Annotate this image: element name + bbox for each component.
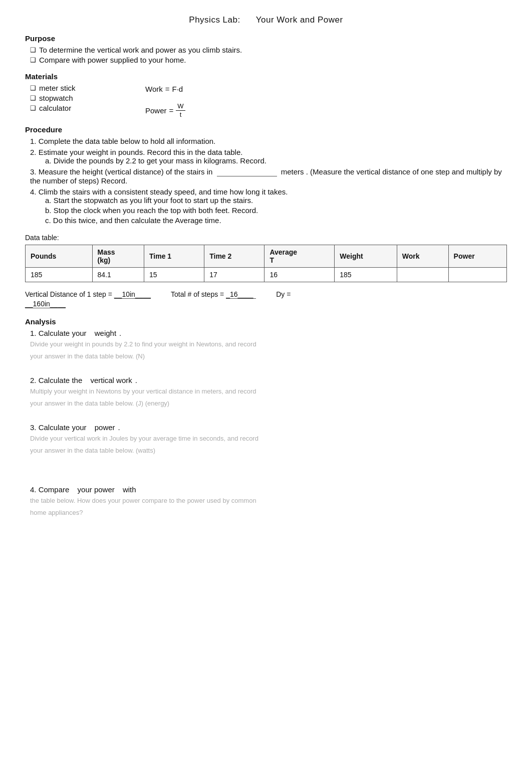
col-pounds: Pounds: [26, 245, 93, 268]
materials-label: Materials: [25, 72, 507, 81]
analysis-item-3: 3. Calculate your power . Divide your ve…: [30, 423, 507, 455]
power-label: Power: [145, 106, 167, 115]
cell-pounds: 185: [26, 268, 93, 282]
materials-formulas: Work = F·d Power = W t: [145, 85, 185, 118]
analysis-item-1: 1. Calculate your weight . Divide your w…: [30, 329, 507, 361]
analysis-item-4: 4. Compare your power with the table bel…: [30, 485, 507, 517]
page-header: Physics Lab: Your Work and Power: [25, 15, 507, 25]
work-formula: F·d: [172, 85, 183, 93]
cell-mass: 84.1: [92, 268, 144, 282]
analysis-3-dot: .: [118, 423, 120, 432]
table-header-row: Pounds Mass(kg) Time 1 Time 2 AverageT W…: [26, 245, 507, 268]
procedure-step-4c: c. Do this twice, and then calculate the…: [45, 216, 507, 225]
total-steps-value: _16____: [226, 290, 256, 299]
procedure-step-3: 3. Measure the height (vertical distance…: [30, 167, 507, 185]
col-work: Work: [397, 245, 448, 268]
analysis-4-blurred2: home appliances?: [30, 508, 507, 518]
materials-items: meter stick stopwatch calculator: [25, 84, 105, 118]
analysis-1-blurred2: your answer in the data table below. (N): [30, 351, 507, 361]
analysis-list: 1. Calculate your weight . Divide your w…: [30, 329, 507, 517]
power-fraction: W t: [176, 102, 185, 118]
cell-weight: 185: [335, 268, 397, 282]
analysis-1-blurred1: Divide your weight in pounds by 2.2 to f…: [30, 339, 507, 349]
procedure-step-2a: a. Divide the pounds by 2.2 to get your …: [45, 156, 507, 165]
analysis-section: Analysis 1. Calculate your weight . Divi…: [25, 317, 507, 517]
cell-time2: 17: [204, 268, 264, 282]
analysis-2-keyword: vertical work: [90, 376, 132, 384]
analysis-4-dot: with: [123, 485, 136, 494]
procedure-step-4b: b. Stop the clock when you reach the top…: [45, 206, 507, 215]
materials-section: meter stick stopwatch calculator Work = …: [25, 84, 507, 118]
purpose-list: To determine the vertical work and power…: [30, 46, 507, 64]
header-title: Your Work and Power: [256, 15, 343, 25]
col-mass: Mass(kg): [92, 245, 144, 268]
col-weight: Weight: [335, 245, 397, 268]
cell-work: [397, 268, 448, 282]
header-prefix: Physics Lab:: [189, 15, 240, 25]
analysis-4-prefix: 4. Compare: [30, 485, 69, 494]
analysis-2-dot: .: [135, 376, 137, 384]
material-item-1: meter stick: [30, 84, 105, 92]
analysis-3-blurred1: Divide your vertical work in Joules by y…: [30, 434, 507, 444]
procedure-list: 1. Complete the data table below to hold…: [30, 137, 507, 225]
vertical-distance-value: __10in____: [114, 290, 151, 299]
vertical-distance-section: Vertical Distance of 1 step = __10in____…: [25, 290, 507, 299]
procedure-step-2: 2. Estimate your weight in pounds. Recor…: [30, 148, 507, 165]
analysis-label: Analysis: [25, 317, 507, 326]
analysis-2-blurred1: Multiply your weight in Newtons by your …: [30, 386, 507, 397]
analysis-3-keyword: power: [95, 423, 115, 432]
data-table: Pounds Mass(kg) Time 1 Time 2 AverageT W…: [25, 245, 507, 282]
analysis-1-keyword: weight: [95, 329, 116, 337]
cell-time1: 15: [144, 268, 204, 282]
procedure-section: Procedure 1. Complete the data table bel…: [25, 125, 507, 225]
analysis-1-dot: .: [119, 329, 121, 337]
cell-average: 16: [264, 268, 335, 282]
total-steps-item: Total # of steps = _16____: [171, 290, 256, 299]
purpose-label: Purpose: [25, 34, 507, 43]
work-formula-line: Work = F·d: [145, 85, 185, 93]
col-average: AverageT: [264, 245, 335, 268]
procedure-step-4a: a. Start the stopwatch as you lift your …: [45, 196, 507, 205]
purpose-item-1: To determine the vertical work and power…: [30, 46, 507, 54]
analysis-4-blurred1: the table below. How does your power com…: [30, 496, 507, 506]
analysis-2-prefix: 2. Calculate the: [30, 376, 82, 384]
analysis-1-prefix: 1. Calculate your: [30, 329, 87, 337]
material-item-3: calculator: [30, 104, 105, 112]
table-row: 185 84.1 15 17 16 185: [26, 268, 507, 282]
data-table-section: Data table: Pounds Mass(kg) Time 1 Time …: [25, 234, 507, 282]
power-numerator: W: [176, 102, 185, 111]
dy-value-line: __160in____: [25, 300, 507, 308]
analysis-4-keyword: your power: [78, 485, 115, 494]
col-power: Power: [448, 245, 506, 268]
col-time2: Time 2: [204, 245, 264, 268]
purpose-item-2: Compare with power supplied to your home…: [30, 56, 507, 64]
vertical-distance-item: Vertical Distance of 1 step = __10in____: [25, 290, 151, 299]
analysis-2-blurred2: your answer in the data table below. (J)…: [30, 399, 507, 409]
material-item-2: stopwatch: [30, 94, 105, 102]
dy-value: __160in____: [25, 300, 66, 308]
analysis-3-blurred2: your answer in the data table below. (wa…: [30, 446, 507, 456]
analysis-item-2: 2. Calculate the vertical work . Multipl…: [30, 376, 507, 408]
power-formula-line: Power = W t: [145, 102, 185, 118]
dy-item: Dy =: [276, 290, 291, 298]
power-denominator: t: [178, 111, 183, 119]
work-label: Work: [145, 85, 163, 93]
analysis-3-prefix: 3. Calculate your: [30, 423, 87, 432]
cell-power: [448, 268, 506, 282]
data-table-label: Data table:: [25, 234, 507, 242]
procedure-label: Procedure: [25, 125, 507, 134]
col-time1: Time 1: [144, 245, 204, 268]
procedure-step-4: 4. Climb the stairs with a consistent st…: [30, 187, 507, 225]
step3-blank: [217, 167, 277, 176]
procedure-step-1: 1. Complete the data table below to hold…: [30, 137, 507, 145]
